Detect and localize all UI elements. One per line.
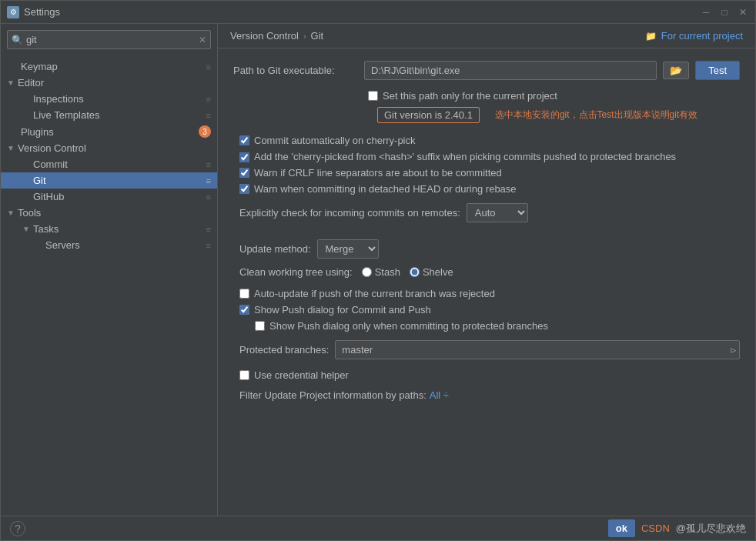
maximize-button[interactable]: □ xyxy=(718,6,731,18)
close-button[interactable]: ✕ xyxy=(737,6,749,18)
path-label: Path to Git executable: xyxy=(233,65,364,76)
incoming-commits-label: Explicitly check for incoming commits on… xyxy=(239,207,460,219)
breadcrumb-vc: Version Control xyxy=(230,30,299,42)
auto-cherry-pick-checkbox[interactable] xyxy=(239,135,249,145)
expand-arrow-icon: ▼ xyxy=(7,144,15,152)
chinese-annotation: 选中本地安装的git，点击Test出现版本说明git有效 xyxy=(495,109,697,122)
breadcrumb-separator: › xyxy=(303,32,306,41)
browse-button[interactable]: 📂 xyxy=(663,62,689,79)
settings-window: ⚙ Settings ─ □ ✕ 🔍 ✕ Keymap ≡ xyxy=(0,0,756,541)
show-push-protected-checkbox[interactable] xyxy=(255,321,265,331)
footer-right: ok CSDN @孤儿尽悲欢绝 xyxy=(608,519,746,537)
filter-value[interactable]: All ÷ xyxy=(430,389,449,401)
warn-crlf-row: Warn if CRLF line separators are about t… xyxy=(233,165,740,181)
warn-crlf-label: Warn if CRLF line separators are about t… xyxy=(254,167,502,179)
protected-branches-input[interactable] xyxy=(335,340,740,359)
clean-tree-row: Clean working tree using: Stash Shelve xyxy=(233,266,740,278)
auto-update-push-checkbox[interactable] xyxy=(239,289,249,299)
clean-tree-label: Clean working tree using: xyxy=(239,266,353,278)
incoming-commits-row: Explicitly check for incoming commits on… xyxy=(239,203,740,222)
app-icon: ⚙ xyxy=(7,6,19,18)
filter-row[interactable]: Filter Update Project information by pat… xyxy=(239,389,740,401)
expand-arrow-icon: ▼ xyxy=(7,209,15,217)
sidebar-item-editor[interactable]: ▼ Editor xyxy=(1,75,217,91)
sidebar-item-tasks[interactable]: ▼ Tasks ≡ xyxy=(1,221,217,237)
settings-icon: ≡ xyxy=(206,62,211,72)
update-method-select[interactable]: Merge Rebase xyxy=(317,239,379,259)
warn-detached-checkbox[interactable] xyxy=(239,184,249,194)
set-path-only-checkbox[interactable] xyxy=(368,91,378,101)
stash-radio[interactable] xyxy=(362,267,372,277)
cherry-pick-suffix-label: Add the 'cherry-picked from <hash>' suff… xyxy=(254,151,676,162)
warn-detached-label: Warn when committing in detached HEAD or… xyxy=(254,183,517,195)
footer: ? ok CSDN @孤儿尽悲欢绝 xyxy=(1,516,755,540)
sidebar-item-plugins[interactable]: Plugins 3 xyxy=(1,123,217,140)
test-button[interactable]: Test xyxy=(695,61,740,80)
window-controls: ─ □ ✕ xyxy=(700,6,749,18)
help-button[interactable]: ? xyxy=(10,521,25,536)
sidebar-item-label: Version Control xyxy=(18,142,86,154)
sidebar-item-label: Tasks xyxy=(33,223,59,235)
shelve-radio[interactable] xyxy=(410,267,420,277)
git-version-badge: Git version is 2.40.1 xyxy=(377,107,480,123)
search-icon: 🔍 xyxy=(12,35,23,45)
incoming-commits-select[interactable]: Auto Always Never xyxy=(467,203,528,222)
sidebar-item-git[interactable]: Git ≡ xyxy=(1,172,217,189)
show-push-protected-row: Show Push dialog only when committing to… xyxy=(233,318,740,334)
folder-icon: 📁 xyxy=(645,31,657,42)
use-credential-checkbox[interactable] xyxy=(239,370,249,380)
settings-icon: ≡ xyxy=(206,192,211,202)
search-input[interactable] xyxy=(7,30,211,49)
ok-button[interactable]: ok xyxy=(608,519,635,537)
warn-crlf-checkbox[interactable] xyxy=(239,168,249,178)
warn-detached-row: Warn when committing in detached HEAD or… xyxy=(233,181,740,197)
sidebar-item-version-control[interactable]: ▼ Version Control xyxy=(1,140,217,156)
titlebar: ⚙ Settings ─ □ ✕ xyxy=(1,1,755,24)
sidebar-item-label: Servers xyxy=(45,239,80,251)
sidebar-item-keymap[interactable]: Keymap ≡ xyxy=(1,58,217,75)
update-method-label: Update method: xyxy=(239,243,311,255)
show-push-dialog-checkbox[interactable] xyxy=(239,305,249,315)
sidebar-tree: Keymap ≡ ▼ Editor Inspections ≡ Live Tem… xyxy=(1,55,217,516)
sidebar-item-live-templates[interactable]: Live Templates ≡ xyxy=(1,107,217,123)
settings-icon: ≡ xyxy=(206,111,211,120)
cherry-pick-suffix-checkbox[interactable] xyxy=(239,152,249,162)
sidebar-item-label: Plugins xyxy=(21,126,54,138)
sidebar-item-tools[interactable]: ▼ Tools xyxy=(1,205,217,221)
set-path-only-row: Set this path only for the current proje… xyxy=(233,88,740,104)
breadcrumb-git: Git xyxy=(311,30,324,42)
sidebar-item-github[interactable]: GitHub ≡ xyxy=(1,189,217,205)
git-path-input[interactable] xyxy=(364,61,657,80)
csdn-label: CSDN xyxy=(641,523,670,534)
cherry-pick-suffix-row: Add the 'cherry-picked from <hash>' suff… xyxy=(233,149,740,165)
protected-branches-input-wrapper: ⊳ xyxy=(335,340,740,359)
sidebar-item-label: GitHub xyxy=(33,191,64,202)
filter-label: Filter Update Project information by pat… xyxy=(239,389,427,401)
update-method-row: Update method: Merge Rebase xyxy=(239,239,740,259)
use-credential-row: Use credential helper xyxy=(233,367,740,383)
stash-radio-item: Stash xyxy=(362,266,400,278)
clear-search-icon[interactable]: ✕ xyxy=(199,35,206,45)
auto-cherry-pick-label: Commit automatically on cherry-pick xyxy=(254,135,416,146)
auto-cherry-pick-row: Commit automatically on cherry-pick xyxy=(233,132,740,149)
sidebar-item-label: Keymap xyxy=(21,61,58,72)
expand-arrow-icon: ▼ xyxy=(7,78,15,87)
minimize-button[interactable]: ─ xyxy=(700,6,712,18)
settings-icon: ≡ xyxy=(206,176,211,185)
sidebar-item-label: Git xyxy=(33,175,46,186)
sidebar-item-inspections[interactable]: Inspections ≡ xyxy=(1,91,217,107)
version-row: Git version is 2.40.1 选中本地安装的git，点击Test出… xyxy=(233,107,740,123)
use-credential-label: Use credential helper xyxy=(254,369,349,381)
sidebar-item-servers[interactable]: Servers ≡ xyxy=(1,237,217,253)
sidebar-item-label: Inspections xyxy=(33,93,84,105)
user-label: @孤儿尽悲欢绝 xyxy=(676,522,746,536)
show-push-protected-label: Show Push dialog only when committing to… xyxy=(269,320,548,332)
sidebar-item-commit[interactable]: Commit ≡ xyxy=(1,156,217,172)
main-panel: Version Control › Git 📁 For current proj… xyxy=(218,24,755,516)
show-push-dialog-label: Show Push dialog for Commit and Push xyxy=(254,304,431,316)
settings-icon: ≡ xyxy=(206,241,211,250)
for-current-project-link[interactable]: For current project xyxy=(661,30,743,42)
expand-icon[interactable]: ⊳ xyxy=(730,345,737,355)
sidebar-item-label: Live Templates xyxy=(33,109,99,121)
search-box: 🔍 ✕ xyxy=(7,30,211,49)
